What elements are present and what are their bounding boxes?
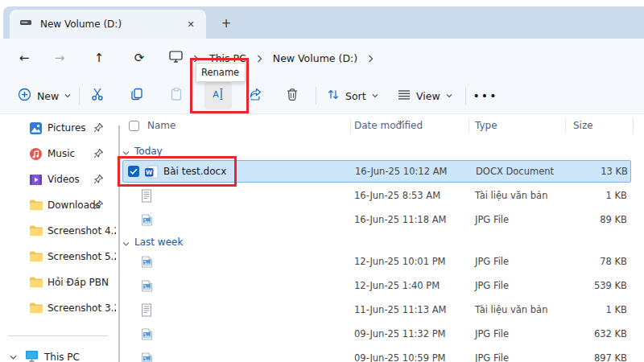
svg-text:W: W bbox=[146, 169, 153, 176]
folder-icon bbox=[29, 199, 43, 212]
new-button-label: New bbox=[37, 90, 59, 102]
file-date-modified: 09-Jun-25 11:32 PM bbox=[354, 323, 445, 345]
jpg-file-icon bbox=[141, 327, 153, 341]
copy-button[interactable] bbox=[123, 82, 151, 109]
forward-button[interactable]: → bbox=[47, 46, 72, 70]
folder-icon bbox=[29, 276, 43, 290]
file-date-modified: 12-Jun-25 10:01 PM bbox=[354, 250, 445, 273]
group-header-today[interactable]: Today bbox=[122, 143, 163, 159]
sidebar-item-pictures[interactable]: Pictures bbox=[3, 116, 116, 140]
view-button[interactable]: View bbox=[391, 82, 459, 109]
file-name-cell bbox=[122, 298, 152, 321]
file-row[interactable]: 11-Jun-25 11:13 AMTài liệu văn bản1 KB bbox=[122, 298, 631, 321]
file-name-cell bbox=[122, 274, 153, 297]
sidebar-item-label: Screenshot 3.202 bbox=[47, 302, 116, 314]
file-name-cell: WBài test.docx bbox=[123, 161, 226, 182]
word-file-icon: W bbox=[144, 165, 159, 179]
file-row[interactable]: 09-Jun-25 11:32 PMJPG File632 KB bbox=[122, 323, 631, 345]
file-row[interactable]: 09-Jun-25 10:59 PMJPG File897 KB bbox=[122, 347, 631, 362]
file-size: 1 KB bbox=[526, 184, 627, 207]
drive-icon bbox=[19, 16, 32, 32]
delete-button[interactable] bbox=[279, 82, 306, 109]
rename-tooltip: Rename bbox=[196, 63, 246, 82]
cut-button[interactable] bbox=[84, 82, 111, 109]
sidebar-item-label: Screenshot 5.202 bbox=[47, 251, 116, 262]
navigation-bar: ← → ↑ ⟳ This PC New Volume (D:) bbox=[0, 39, 644, 77]
sort-icon bbox=[327, 88, 340, 104]
file-row-b-i-test-docx[interactable]: WBài test.docx16-Jun-25 10:12 AMDOCX Doc… bbox=[122, 160, 631, 183]
file-date-modified: 16-Jun-25 11:18 AM bbox=[354, 208, 446, 231]
sort-button[interactable]: Sort bbox=[320, 82, 385, 109]
paste-button[interactable] bbox=[163, 82, 190, 109]
sidebar-item-label: Music bbox=[47, 148, 75, 159]
chevron-down-icon bbox=[122, 144, 130, 159]
sidebar-scrollbar[interactable] bbox=[118, 125, 120, 362]
back-button[interactable]: ← bbox=[12, 46, 36, 70]
tab-new-volume[interactable]: New Volume (D:) ✕ bbox=[10, 10, 206, 39]
sidebar-item-downloads[interactable]: Downloads bbox=[3, 193, 116, 217]
new-icon bbox=[18, 88, 31, 105]
file-row[interactable]: 16-Jun-25 11:18 AMJPG File89 KB bbox=[122, 208, 631, 231]
this-pc-icon bbox=[25, 350, 39, 362]
more-options-button[interactable]: ••• bbox=[472, 82, 499, 109]
new-button[interactable]: New bbox=[10, 82, 79, 109]
share-button[interactable] bbox=[242, 82, 270, 109]
file-list: TodayWBài test.docx16-Jun-25 10:12 AMDOC… bbox=[122, 114, 641, 362]
folder-icon bbox=[29, 250, 43, 264]
pictures-icon bbox=[29, 121, 43, 135]
sidebar-item-screenshot-3-202[interactable]: Screenshot 3.202 bbox=[3, 296, 116, 320]
file-name-cell bbox=[122, 250, 153, 273]
jpg-file-icon bbox=[141, 279, 153, 293]
file-size: 78 KB bbox=[526, 250, 627, 273]
jpg-file-icon bbox=[141, 255, 153, 269]
sidebar-item-music[interactable]: Music bbox=[3, 142, 116, 166]
chevron-down-icon bbox=[10, 355, 17, 360]
delete-icon bbox=[286, 88, 299, 105]
tab-close-icon[interactable]: ✕ bbox=[184, 17, 198, 31]
sidebar-item-label: Screenshot 4.202 bbox=[47, 225, 116, 237]
sidebar-item-this-pc[interactable]: This PC bbox=[3, 346, 116, 362]
rename-tooltip-label: Rename bbox=[201, 67, 239, 78]
refresh-button[interactable]: ⟳ bbox=[127, 46, 151, 70]
paste-icon bbox=[169, 87, 184, 105]
sidebar-item-h-i-p-pbn[interactable]: Hỏi Đáp PBN bbox=[3, 270, 116, 294]
file-row[interactable]: 16-Jun-25 8:53 AMTài liệu văn bản1 KB bbox=[122, 184, 631, 207]
up-button[interactable]: ↑ bbox=[87, 46, 111, 70]
share-icon bbox=[249, 87, 263, 105]
breadcrumb-new-volume[interactable]: New Volume (D:) bbox=[273, 52, 357, 64]
row-checkbox-checked[interactable] bbox=[128, 166, 139, 177]
sidebar-item-screenshot-5-202[interactable]: Screenshot 5.202 bbox=[3, 245, 116, 269]
group-header-last-week[interactable]: Last week bbox=[122, 234, 183, 250]
sidebar-item-screenshot-4-202[interactable]: Screenshot 4.202 bbox=[3, 219, 116, 243]
file-type: JPG File bbox=[475, 347, 509, 362]
music-icon bbox=[29, 147, 43, 161]
file-row[interactable]: 12-Jun-25 10:01 PMJPG File78 KB bbox=[122, 250, 631, 273]
this-pc-icon[interactable] bbox=[169, 51, 183, 66]
file-name-cell bbox=[122, 184, 152, 207]
file-size: 1 KB bbox=[526, 298, 627, 321]
text-file-icon bbox=[141, 303, 152, 317]
sidebar: PicturesMusicVideosDownloadsScreenshot 4… bbox=[0, 114, 119, 362]
file-type: JPG File bbox=[475, 208, 509, 231]
pin-icon bbox=[93, 121, 104, 136]
jpg-file-icon bbox=[141, 352, 153, 362]
sidebar-item-label: Pictures bbox=[47, 122, 86, 134]
title-bar: New Volume (D:) ✕ + bbox=[3, 6, 644, 39]
videos-icon bbox=[29, 173, 43, 187]
svg-text:A: A bbox=[213, 89, 219, 100]
file-date-modified: 11-Jun-25 11:13 AM bbox=[354, 298, 446, 321]
file-size: 897 KB bbox=[526, 347, 627, 362]
sidebar-item-videos[interactable]: Videos bbox=[3, 167, 116, 191]
sidebar-divider bbox=[8, 335, 108, 336]
folder-icon bbox=[29, 224, 43, 238]
chevron-right-icon bbox=[257, 51, 262, 66]
file-name-cell bbox=[122, 347, 153, 362]
rename-button[interactable]: A bbox=[204, 82, 232, 109]
file-name-cell bbox=[122, 323, 153, 345]
sidebar-item-label: Videos bbox=[47, 174, 80, 185]
file-size: 13 KB bbox=[527, 161, 628, 182]
file-row[interactable]: 12-Jun-25 1:40 PMJPG File539 KB bbox=[122, 274, 631, 297]
new-tab-button[interactable]: + bbox=[216, 13, 237, 34]
file-name: Bài test.docx bbox=[163, 166, 226, 177]
pin-icon bbox=[93, 198, 104, 213]
